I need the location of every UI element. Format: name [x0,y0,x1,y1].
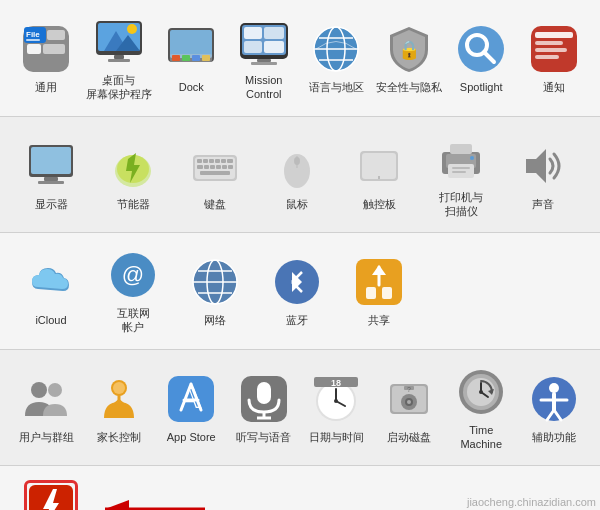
svg-rect-26 [244,41,262,53]
parental-icon-item[interactable]: 家长控制 [83,367,156,448]
energy-label: 节能器 [117,197,150,211]
startup-icon: ? [383,373,435,425]
svg-point-130 [479,390,483,394]
svg-rect-13 [114,55,124,59]
general-icon-item[interactable]: File 通用 [10,17,83,98]
section-3: iCloud @ 互联网 帐户 网络 [0,233,600,350]
svg-text:@: @ [122,262,144,287]
sound-icon [517,140,569,192]
datetime-icon-item[interactable]: 18 日期与时间 [300,367,373,448]
svg-rect-55 [209,159,214,163]
dock-icon-item[interactable]: Dock [155,17,228,98]
mission-icon [238,16,290,68]
accessibility-icon-item[interactable]: 辅助功能 [518,367,591,448]
network-icon-item[interactable]: 网络 [174,250,256,331]
energy-icon-item[interactable]: 节能器 [92,134,174,215]
svg-rect-24 [244,27,262,39]
security-icon-item[interactable]: 🔒 安全性与隐私 [373,17,446,98]
general-icon: File [20,23,72,75]
svg-text:?: ? [407,386,411,393]
internet-icon-item[interactable]: @ 互联网 帐户 [92,243,174,339]
trackpad-icon [353,140,405,192]
svg-rect-42 [535,41,563,45]
internet-icon: @ [107,249,159,301]
keyboard-icon-item[interactable]: 键盘 [174,134,256,215]
timemachine-icon-item[interactable]: Time Machine [445,360,518,456]
desktop-label: 桌面与 屏幕保护程序 [86,73,152,102]
flash-border [24,480,78,510]
keyboard-label: 键盘 [204,197,226,211]
svg-rect-47 [44,177,58,181]
printer-label: 打印机与 扫描仪 [439,190,483,219]
svg-rect-107 [257,382,271,404]
svg-rect-60 [204,165,209,169]
mouse-icon [271,140,323,192]
display-label: 显示器 [35,197,68,211]
icloud-icon-item[interactable]: iCloud [10,250,92,331]
users-icon [20,373,72,425]
flash-icon-item[interactable]: Flash Player [10,476,92,510]
svg-rect-43 [535,48,567,52]
svg-point-94 [31,382,47,398]
svg-text:18: 18 [331,378,341,388]
printer-icon [435,133,487,185]
dock-icon [165,23,217,75]
internet-label: 互联网 帐户 [117,306,150,335]
svg-rect-62 [216,165,221,169]
arrow-indicator [95,494,215,510]
svg-rect-93 [382,287,392,299]
dictation-icon-item[interactable]: 听写与语音 [228,367,301,448]
sound-icon-item[interactable]: 声音 [502,134,584,215]
svg-rect-64 [228,165,233,169]
sharing-icon [353,256,405,308]
notification-label: 通知 [543,80,565,94]
sharing-label: 共享 [368,313,390,327]
dictation-label: 听写与语音 [236,430,291,444]
section-1: File 通用 桌面与 屏幕保护程序 [0,0,600,117]
svg-rect-44 [535,55,559,59]
printer-icon-item[interactable]: 打印机与 扫描仪 [420,127,502,223]
svg-rect-65 [200,171,230,175]
svg-rect-20 [192,55,200,61]
mouse-icon-item[interactable]: 鼠标 [256,134,338,215]
language-icon-item[interactable]: 语言与地区 [300,17,373,98]
svg-rect-14 [108,59,130,62]
accessibility-icon [528,373,580,425]
language-label: 语言与地区 [309,80,364,94]
startup-icon-item[interactable]: ? 启动磁盘 [373,367,446,448]
bluetooth-icon-item[interactable]: 蓝牙 [256,250,338,331]
svg-rect-18 [172,55,180,61]
spotlight-icon-item[interactable]: Spotlight [445,17,518,98]
section-4: 用户与群组 家长控制 𝔸 [0,350,600,467]
svg-rect-27 [264,41,284,53]
sharing-icon-item[interactable]: 共享 [338,250,420,331]
desktop-icon-item[interactable]: 桌面与 屏幕保护程序 [83,10,156,106]
section-2: 显示器 节能器 [0,117,600,234]
flash-icon [29,485,73,510]
display-icon-item[interactable]: 显示器 [10,134,92,215]
svg-rect-56 [215,159,220,163]
svg-rect-78 [452,171,466,173]
svg-rect-19 [182,55,190,61]
notification-icon-item[interactable]: 通知 [518,17,591,98]
svg-rect-25 [264,27,284,39]
mission-icon-item[interactable]: Mission Control [228,10,301,106]
svg-rect-71 [362,153,396,179]
parental-icon [93,373,145,425]
svg-rect-54 [203,159,208,163]
network-icon [189,256,241,308]
users-icon-item[interactable]: 用户与群组 [10,367,83,448]
security-icon: 🔒 [383,23,435,75]
trackpad-icon-item[interactable]: 触控板 [338,134,420,215]
keyboard-icon [189,140,241,192]
svg-text:🔒: 🔒 [398,39,421,61]
timemachine-icon [455,366,507,418]
dock-label: Dock [179,80,204,94]
users-label: 用户与群组 [19,430,74,444]
appstore-icon-item[interactable]: 𝔸 App Store [155,367,228,448]
energy-icon [107,140,159,192]
svg-point-116 [334,399,338,403]
dictation-icon [238,373,290,425]
svg-point-69 [294,157,300,165]
svg-point-37 [458,26,504,72]
